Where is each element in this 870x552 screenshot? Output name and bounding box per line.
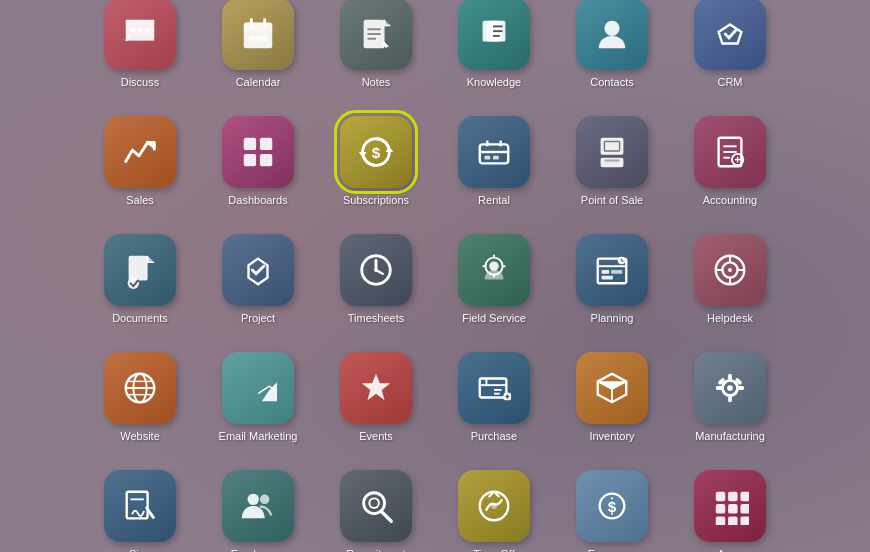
app-item-planning[interactable]: Planning <box>557 221 667 331</box>
app-icon-timesheets <box>340 234 412 306</box>
app-label-fieldservice: Field Service <box>462 312 526 325</box>
app-item-rental[interactable]: Rental <box>439 103 549 213</box>
svg-point-2 <box>144 28 149 33</box>
app-icon-timeoff <box>458 470 530 542</box>
svg-line-65 <box>622 260 624 261</box>
app-item-helpdesk[interactable]: Helpdesk <box>675 221 785 331</box>
app-item-emailmkt[interactable]: Email Marketing <box>203 339 313 449</box>
app-item-events[interactable]: Events <box>321 339 431 449</box>
app-item-knowledge[interactable]: Knowledge <box>439 0 549 95</box>
app-item-expenses[interactable]: $Expenses <box>557 457 667 552</box>
app-icon-rental <box>458 116 530 188</box>
app-label-planning: Planning <box>591 312 634 325</box>
app-item-apps[interactable]: Apps <box>675 457 785 552</box>
svg-point-100 <box>260 494 270 504</box>
svg-rect-32 <box>493 156 499 160</box>
svg-point-89 <box>727 385 733 391</box>
svg-rect-61 <box>611 270 622 274</box>
app-icon-contacts <box>576 0 648 70</box>
app-icon-subscriptions: $ <box>340 116 412 188</box>
app-item-recruitment[interactable]: Recruitment <box>321 457 431 552</box>
app-item-project[interactable]: Project <box>203 221 313 331</box>
app-item-subscriptions[interactable]: $Subscriptions <box>321 103 431 213</box>
app-icon-emailmkt <box>222 352 294 424</box>
svg-rect-21 <box>244 138 256 150</box>
app-item-discuss[interactable]: Discuss <box>85 0 195 95</box>
app-icon-sign <box>104 470 176 542</box>
svg-rect-110 <box>716 492 726 502</box>
app-label-manufacturing: Manufacturing <box>695 430 765 443</box>
app-item-contacts[interactable]: Contacts <box>557 0 667 95</box>
app-item-documents[interactable]: Documents <box>85 221 195 331</box>
app-icon-notes <box>340 0 412 70</box>
svg-text:$: $ <box>372 144 381 161</box>
svg-rect-4 <box>244 22 273 32</box>
app-label-project: Project <box>241 312 275 325</box>
svg-rect-111 <box>728 492 738 502</box>
svg-rect-116 <box>716 516 726 525</box>
app-icon-pos <box>576 116 648 188</box>
app-label-contacts: Contacts <box>590 76 633 89</box>
svg-rect-7 <box>249 36 255 41</box>
svg-rect-115 <box>740 504 749 513</box>
app-label-crm: CRM <box>717 76 742 89</box>
app-item-website[interactable]: Website <box>85 339 195 449</box>
app-item-fieldservice[interactable]: Field Service <box>439 221 549 331</box>
svg-point-20 <box>604 21 619 36</box>
app-label-sales: Sales <box>126 194 154 207</box>
app-label-dashboards: Dashboards <box>228 194 287 207</box>
app-label-employees: Employees <box>231 548 285 552</box>
svg-point-103 <box>369 498 379 508</box>
app-label-sign: Sign <box>129 548 151 552</box>
svg-rect-93 <box>737 386 745 390</box>
app-icon-discuss <box>104 0 176 70</box>
app-label-timeoff: Time Off <box>473 548 515 552</box>
app-icon-employees <box>222 470 294 542</box>
app-item-sign[interactable]: Sign <box>85 457 195 552</box>
svg-rect-29 <box>480 144 509 163</box>
app-item-accounting[interactable]: Accounting <box>675 103 785 213</box>
app-icon-project <box>222 234 294 306</box>
app-item-inventory[interactable]: Inventory <box>557 339 667 449</box>
svg-rect-118 <box>740 516 749 525</box>
app-item-timeoff[interactable]: Time Off <box>439 457 549 552</box>
app-label-calendar: Calendar <box>236 76 281 89</box>
app-label-recruitment: Recruitment <box>346 548 405 552</box>
app-label-events: Events <box>359 430 393 443</box>
app-item-employees[interactable]: Employees <box>203 457 313 552</box>
app-item-notes[interactable]: Notes <box>321 0 431 95</box>
app-label-purchase: Purchase <box>471 430 517 443</box>
app-icon-expenses: $ <box>576 470 648 542</box>
app-icon-purchase <box>458 352 530 424</box>
app-item-pos[interactable]: Point of Sale <box>557 103 667 213</box>
app-icon-crm <box>694 0 766 70</box>
app-label-pos: Point of Sale <box>581 194 643 207</box>
svg-point-105 <box>491 503 497 509</box>
svg-rect-22 <box>260 138 272 150</box>
svg-marker-28 <box>359 152 367 158</box>
svg-rect-8 <box>255 36 261 41</box>
app-item-timesheets[interactable]: Timesheets <box>321 221 431 331</box>
svg-rect-113 <box>716 504 726 513</box>
app-icon-knowledge <box>458 0 530 70</box>
app-item-sales[interactable]: Sales <box>85 103 195 213</box>
svg-point-1 <box>138 28 143 33</box>
app-icon-fieldservice <box>458 234 530 306</box>
app-item-dashboards[interactable]: Dashboards <box>203 103 313 213</box>
app-icon-manufacturing <box>694 352 766 424</box>
svg-rect-37 <box>601 158 624 168</box>
app-icon-recruitment <box>340 470 412 542</box>
app-item-manufacturing[interactable]: Manufacturing <box>675 339 785 449</box>
app-label-timesheets: Timesheets <box>348 312 404 325</box>
app-label-apps: Apps <box>717 548 742 552</box>
app-item-crm[interactable]: CRM <box>675 0 785 95</box>
svg-rect-38 <box>604 159 619 161</box>
svg-rect-91 <box>728 394 732 402</box>
app-item-purchase[interactable]: Purchase <box>439 339 549 449</box>
app-label-documents: Documents <box>112 312 168 325</box>
app-label-helpdesk: Helpdesk <box>707 312 753 325</box>
svg-rect-24 <box>260 154 272 166</box>
svg-line-102 <box>382 512 392 522</box>
app-label-discuss: Discuss <box>121 76 160 89</box>
app-item-calendar[interactable]: Calendar <box>203 0 313 95</box>
